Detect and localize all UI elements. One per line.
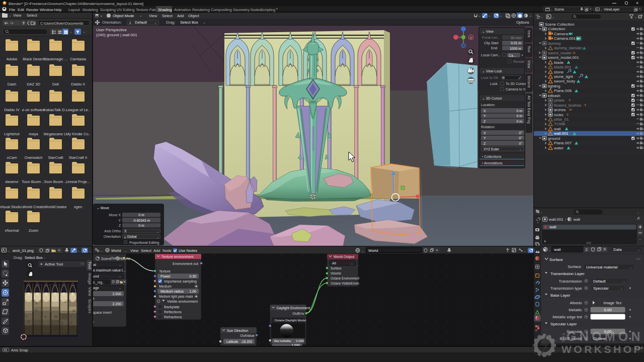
svg-text:Plane.006: Plane.006 (554, 88, 572, 93)
svg-text:Transmission type: Transmission type (550, 286, 582, 291)
svg-text:wall: wall (573, 217, 581, 222)
svg-text:11: 11 (573, 51, 576, 54)
svg-text:2.200: 2.200 (112, 302, 121, 306)
svg-text:wall: wall (553, 247, 561, 252)
svg-text:OutEnv: OutEnv (292, 312, 304, 315)
svg-text:Reflections: Reflections (164, 310, 182, 314)
svg-text:Octane VisibleEnviro...: Octane VisibleEnviro... (331, 282, 363, 285)
svg-text:ground: ground (548, 136, 560, 141)
svg-text:age: age (93, 286, 99, 290)
svg-text:Octane Environment: Octane Environment (331, 277, 360, 280)
svg-text:16: 16 (569, 108, 572, 111)
svg-text:Default: Default (593, 279, 606, 284)
svg-text:TCMB: TCMB (554, 122, 565, 126)
svg-text:⌄: ⌄ (541, 16, 543, 19)
svg-text:wall.001: wall.001 (548, 217, 564, 222)
svg-text:⌄: ⌄ (119, 275, 121, 278)
svg-text:kitbash: kitbash (548, 94, 560, 98)
svg-text:THE: THE (561, 333, 566, 342)
svg-text:⌄: ⌄ (620, 287, 623, 290)
svg-text:wall: wall (549, 225, 556, 229)
svg-text:World: World (121, 257, 130, 260)
svg-text:-16.200: -16.200 (241, 340, 252, 343)
svg-text:2.000: 2.000 (112, 292, 121, 296)
svg-text:5: 5 (585, 104, 586, 107)
svg-text:Visible environment: Visible environment (167, 300, 198, 303)
svg-text:Volume: Volume (331, 272, 342, 275)
svg-text:Metallic edge tint: Metallic edge tint (552, 315, 582, 319)
svg-text:rocks: rocks (554, 113, 564, 117)
svg-text:WORKSHOP: WORKSHOP (561, 343, 641, 355)
svg-text:All: All (332, 261, 336, 265)
svg-text:stone: stone (554, 70, 564, 74)
svg-text:stone_light: stone_light (554, 74, 574, 79)
svg-text:Scene: Scene (101, 257, 111, 260)
svg-text:Refractions: Refractions (164, 315, 182, 319)
svg-text:Daylight Environment: Daylight Environment (277, 306, 310, 310)
svg-text:Metallic: Metallic (569, 308, 582, 312)
svg-text:Sun Direction: Sun Direction (227, 329, 248, 332)
svg-text:⌄: ⌄ (119, 263, 121, 266)
svg-text:Power: Power (160, 275, 171, 278)
svg-text:Surface: Surface (331, 266, 342, 270)
svg-text:2: 2 (586, 247, 588, 252)
svg-text:lighitng: lighitng (548, 84, 560, 88)
svg-text:1.00: 1.00 (189, 290, 196, 293)
svg-text:⌄: ⌄ (119, 287, 121, 290)
svg-text:Sky turbidity: Sky turbidity (274, 339, 292, 342)
svg-text:Medium radius: Medium radius (160, 290, 184, 293)
svg-text:Surface: Surface (549, 257, 563, 262)
svg-text:Plane.007: Plane.007 (554, 141, 572, 145)
svg-text:Environment out: Environment out (173, 262, 198, 265)
svg-text:space invert: space invert (93, 311, 112, 315)
svg-text:⌄: ⌄ (634, 16, 637, 19)
svg-text:Data: Data (613, 247, 622, 252)
svg-text:Texture environment: Texture environment (162, 255, 193, 258)
svg-text:arches: arches (554, 108, 566, 112)
svg-text:Surface: Surface (568, 264, 581, 269)
svg-text:Scene Collection: Scene Collection (545, 22, 575, 27)
svg-text:Base Layer: Base Layer (550, 293, 571, 298)
svg-text:Camera.001: Camera.001 (554, 36, 576, 41)
svg-text:⌄: ⌄ (623, 280, 625, 283)
svg-text:0.00: 0.00 (604, 308, 612, 312)
svg-text:at: at (93, 263, 96, 266)
svg-text:⌄: ⌄ (299, 319, 302, 322)
svg-text:Universal material: Universal material (586, 265, 618, 269)
svg-text:⌄: ⌄ (639, 237, 641, 240)
svg-text:flowers_bushes: flowers_bushes (554, 103, 581, 108)
svg-text:e: e (93, 297, 95, 300)
svg-text:sword_model: sword_model (548, 51, 572, 55)
svg-text:blade.001: blade.001 (554, 65, 571, 69)
svg-text:sword_body: sword_body (554, 79, 575, 83)
svg-text:wall: wall (553, 127, 561, 131)
svg-text:sword_model.001: sword_model.001 (548, 55, 579, 60)
svg-text:⌄: ⌄ (637, 248, 640, 251)
svg-text:⌄: ⌄ (540, 211, 543, 214)
svg-text:0.30: 0.30 (189, 275, 196, 278)
svg-text:Albedo: Albedo (570, 301, 582, 305)
svg-text:2.200: 2.200 (296, 339, 304, 342)
svg-text:Medium light pass mask: Medium light pass mask (159, 295, 193, 299)
svg-text:Backplate: Backplate (164, 305, 180, 309)
svg-text:x: x (470, 36, 472, 39)
svg-text:⌄: ⌄ (637, 211, 639, 214)
svg-text:Camera: Camera (554, 32, 568, 36)
svg-text:Transmission Layer: Transmission Layer (550, 272, 585, 276)
svg-text:GNOMON: GNOMON (567, 329, 641, 343)
svg-text:water: water (553, 146, 564, 150)
svg-text:World Output: World Output (334, 255, 354, 259)
svg-text:›: › (565, 217, 567, 222)
svg-text:Transmission: Transmission (559, 279, 582, 284)
svg-text:Collection: Collection (548, 27, 565, 31)
svg-text:und: und (93, 275, 99, 278)
svg-text:⌄: ⌄ (351, 262, 353, 265)
svg-text:Specular: Specular (593, 286, 609, 291)
svg-text:⌄: ⌄ (552, 16, 554, 19)
svg-text:d._nig..: d._nig.. (93, 281, 104, 285)
svg-text:⌄: ⌄ (629, 266, 632, 269)
svg-text:Importance sampling: Importance sampling (164, 280, 197, 284)
svg-text:petals: petals (554, 98, 565, 103)
svg-text:Medium: Medium (159, 285, 172, 288)
svg-text:9: 9 (569, 99, 570, 102)
